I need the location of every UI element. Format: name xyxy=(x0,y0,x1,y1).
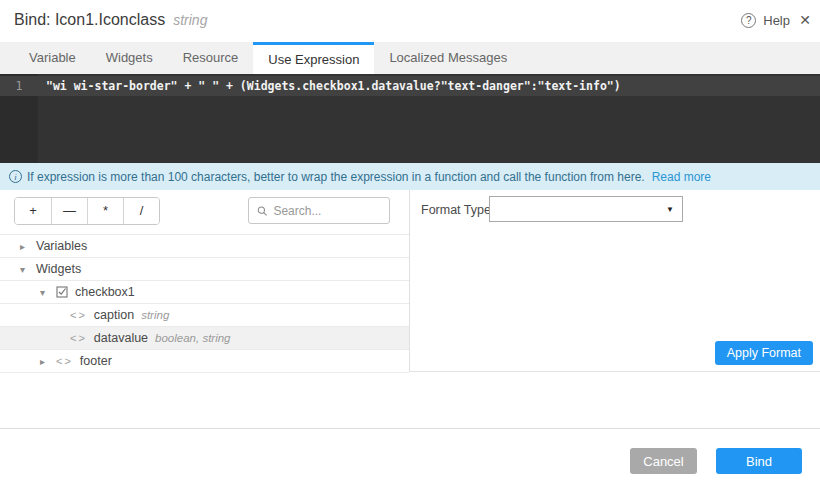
close-icon[interactable]: ✕ xyxy=(799,12,811,28)
tree-item-widgets[interactable]: ▾ Widgets xyxy=(0,258,409,281)
format-type-dropdown[interactable]: ▼ xyxy=(489,196,683,222)
operator-divide-button[interactable]: / xyxy=(123,198,159,224)
tree-item-label: Widgets xyxy=(36,262,81,276)
code-property-icon: <> xyxy=(70,332,87,344)
search-input[interactable] xyxy=(273,204,381,218)
main-area: + — * / ▸ Variables ▾ Widgets ▾ che xyxy=(0,190,820,372)
editor-active-line[interactable]: 1 "wi wi-star-border" + " " + (Widgets.c… xyxy=(0,76,820,96)
tab-use-expression[interactable]: Use Expression xyxy=(253,42,374,74)
operator-group: + — * / xyxy=(14,197,160,225)
tree-item-variables[interactable]: ▸ Variables xyxy=(0,235,409,258)
tree-item-type: boolean, string xyxy=(155,332,230,344)
chevron-down-icon: ▼ xyxy=(666,205,674,214)
help-button[interactable]: ? Help xyxy=(741,13,790,28)
hint-message: If expression is more than 100 character… xyxy=(27,170,645,184)
tab-variable[interactable]: Variable xyxy=(14,42,91,74)
operator-plus-button[interactable]: + xyxy=(15,198,51,224)
tab-resource[interactable]: Resource xyxy=(168,42,254,74)
info-icon: i xyxy=(9,170,22,183)
dialog-title: Bind: Icon1.Iconclass xyxy=(14,11,165,28)
tab-widgets[interactable]: Widgets xyxy=(91,42,168,74)
tree-item-label: caption xyxy=(94,308,134,322)
tree-item-label: checkbox1 xyxy=(75,285,135,299)
search-icon xyxy=(257,205,267,217)
tree-item-label: footer xyxy=(80,354,112,368)
checkbox-widget-icon xyxy=(56,286,68,298)
dialog-header: Bind: Icon1.Iconclassstring ? Help ✕ xyxy=(0,0,820,42)
help-icon: ? xyxy=(741,13,756,28)
tab-localized-messages[interactable]: Localized Messages xyxy=(374,42,522,74)
chevron-down-icon[interactable]: ▾ xyxy=(20,264,36,275)
bind-source-tree: ▸ Variables ▾ Widgets ▾ checkbox1 <> cap… xyxy=(0,234,409,373)
search-box[interactable] xyxy=(248,197,390,224)
cancel-button[interactable]: Cancel xyxy=(630,448,697,474)
dialog-footer: Cancel Bind xyxy=(0,428,820,489)
chevron-right-icon[interactable]: ▸ xyxy=(40,356,56,367)
property-type-hint: string xyxy=(173,12,207,28)
bind-button[interactable]: Bind xyxy=(716,448,802,474)
code-property-icon: <> xyxy=(70,309,87,321)
tree-item-caption[interactable]: <> caption string xyxy=(0,304,409,327)
expression-code-editor[interactable]: 1 "wi wi-star-border" + " " + (Widgets.c… xyxy=(0,74,820,163)
operator-multiply-button[interactable]: * xyxy=(87,198,123,224)
bind-tabs: Variable Widgets Resource Use Expression… xyxy=(0,42,820,74)
tree-item-datavalue[interactable]: <> datavalue boolean, string xyxy=(0,327,409,350)
expression-code[interactable]: "wi wi-star-border" + " " + (Widgets.che… xyxy=(38,76,621,96)
read-more-link[interactable]: Read more xyxy=(652,170,711,184)
expression-hint-banner: i If expression is more than 100 charact… xyxy=(0,163,820,190)
chevron-down-icon[interactable]: ▾ xyxy=(40,287,56,298)
tree-item-checkbox1[interactable]: ▾ checkbox1 xyxy=(0,281,409,304)
format-panel: Format Type ▼ Apply Format xyxy=(410,190,820,371)
line-number: 1 xyxy=(0,76,38,96)
apply-format-button[interactable]: Apply Format xyxy=(715,341,813,365)
tree-item-type: string xyxy=(141,309,169,321)
format-type-label: Format Type xyxy=(421,203,491,217)
code-property-icon: <> xyxy=(56,355,73,367)
tree-item-label: datavalue xyxy=(94,331,148,345)
chevron-right-icon[interactable]: ▸ xyxy=(20,241,36,252)
tree-item-label: Variables xyxy=(36,239,87,253)
expression-builder-panel: + — * / ▸ Variables ▾ Widgets ▾ che xyxy=(0,190,410,371)
tree-item-footer[interactable]: ▸ <> footer xyxy=(0,350,409,373)
page-title: Bind: Icon1.Iconclassstring xyxy=(14,11,207,29)
help-label: Help xyxy=(763,13,790,28)
operator-minus-button[interactable]: — xyxy=(51,198,87,224)
